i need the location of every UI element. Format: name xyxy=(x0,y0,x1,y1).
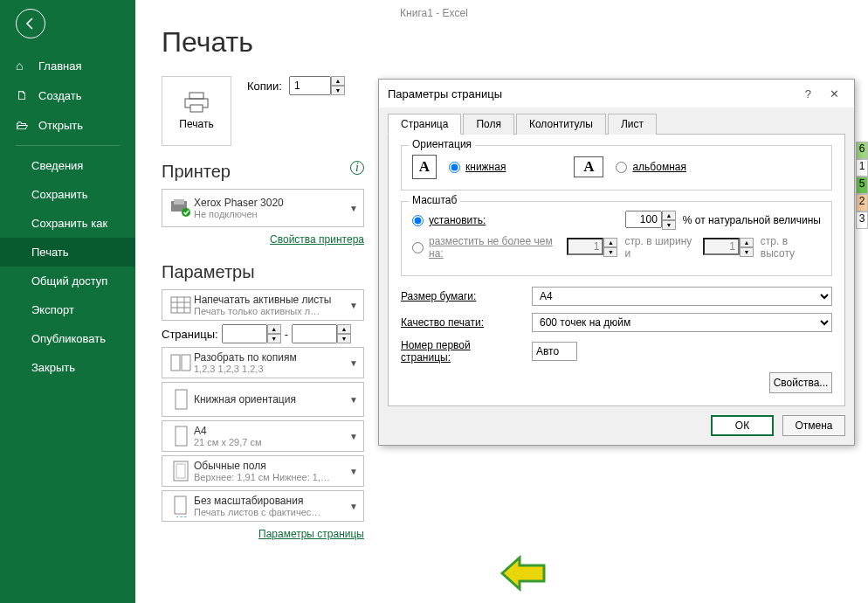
fit-width-input[interactable] xyxy=(567,238,603,255)
tab-header-footer[interactable]: Колонтитулы xyxy=(516,114,606,135)
copies-down[interactable]: ▼ xyxy=(331,86,345,95)
properties-button[interactable]: Свойства... xyxy=(769,372,832,393)
scaling-icon: 100 xyxy=(168,495,194,517)
copies-up[interactable]: ▲ xyxy=(331,76,345,86)
chevron-down-icon: ▼ xyxy=(349,432,358,441)
dialog-buttons: ОК Отмена xyxy=(379,406,854,445)
printer-info-icon[interactable]: i xyxy=(350,161,364,175)
paper-size-select[interactable]: A4 xyxy=(532,287,832,306)
nav-publish[interactable]: Опубликовать xyxy=(0,324,135,353)
page-icon xyxy=(168,425,194,447)
page-from-up[interactable]: ▲ xyxy=(267,324,281,334)
close-button[interactable]: ✕ xyxy=(823,85,845,102)
printer-status: Не подключен xyxy=(194,209,349,219)
nav-close[interactable]: Закрыть xyxy=(0,353,135,382)
nav-share[interactable]: Общий доступ xyxy=(0,267,135,295)
svg-text:100: 100 xyxy=(176,515,188,517)
nav-divider xyxy=(16,145,120,146)
scale-percent-input[interactable] xyxy=(625,211,662,228)
chevron-down-icon: ▼ xyxy=(349,502,358,511)
copies-input[interactable] xyxy=(289,76,331,95)
orientation-dropdown[interactable]: Книжная ориентация ▼ xyxy=(162,382,364,417)
help-button[interactable]: ? xyxy=(796,85,819,102)
scale-down[interactable]: ▼ xyxy=(662,220,676,230)
page-to-down[interactable]: ▼ xyxy=(337,334,351,343)
fit-w-up[interactable]: ▲ xyxy=(603,238,617,247)
backstage-sidebar: ⌂Главная 🗋Создать 🗁Открыть Сведения Сохр… xyxy=(0,0,135,603)
worksheet-icon xyxy=(168,296,194,314)
print-what-dropdown[interactable]: Напечатать активные листы Печать только … xyxy=(162,289,364,321)
page-to-up[interactable]: ▲ xyxy=(337,324,351,334)
scale-fit-row: разместить не более чем на: ▲▼ стр. в ши… xyxy=(412,235,821,260)
page-to-input[interactable] xyxy=(292,324,337,343)
printer-name: Xerox Phaser 3020 xyxy=(194,197,349,209)
nav-new[interactable]: 🗋Создать xyxy=(0,80,135,110)
cell: 5 xyxy=(856,177,868,194)
fit-height-input[interactable] xyxy=(703,238,740,255)
svg-rect-2 xyxy=(190,105,203,112)
nav-info[interactable]: Сведения xyxy=(0,151,135,180)
copies-row: Копии: ▲ ▼ xyxy=(247,76,345,95)
print-button-label: Печать xyxy=(179,118,213,130)
paper-dropdown[interactable]: A421 см x 29,7 см ▼ xyxy=(162,420,364,452)
cell: 3 xyxy=(856,211,868,229)
open-icon: 🗁 xyxy=(16,118,31,132)
orientation-group: Ориентация A книжная A альбомная xyxy=(401,145,832,191)
svg-rect-14 xyxy=(176,426,187,446)
collate-icon xyxy=(168,354,194,371)
back-button[interactable] xyxy=(16,9,45,38)
home-icon: ⌂ xyxy=(16,59,31,73)
first-page-input[interactable] xyxy=(532,342,577,361)
margins-dropdown[interactable]: Обычные поляВерхнее: 1,91 см Нижнее: 1,…… xyxy=(162,455,364,487)
print-quality-select[interactable]: 600 точек на дюйм xyxy=(532,313,832,332)
fit-h-up[interactable]: ▲ xyxy=(740,238,754,247)
page-title: Печать xyxy=(162,26,868,59)
page-setup-link[interactable]: Параметры страницы xyxy=(258,528,364,540)
nav-open[interactable]: 🗁Открыть xyxy=(0,110,135,140)
collate-dropdown[interactable]: Разобрать по копиям1,2,3 1,2,3 1,2,3 ▼ xyxy=(162,347,364,378)
page-setup-dialog: Параметры страницы ? ✕ Страница Поля Кол… xyxy=(378,79,855,446)
tab-page[interactable]: Страница xyxy=(388,114,461,135)
portrait-letter-icon: A xyxy=(412,155,437,179)
cancel-button[interactable]: Отмена xyxy=(782,415,845,436)
nav-print[interactable]: Печать xyxy=(0,238,135,267)
tab-sheet[interactable]: Лист xyxy=(608,114,657,135)
svg-rect-17 xyxy=(175,496,186,514)
arrow-left-icon xyxy=(24,17,38,31)
chevron-down-icon: ▼ xyxy=(349,301,358,310)
scale-up[interactable]: ▲ xyxy=(662,211,676,220)
first-page-row: Номер первой страницы: xyxy=(401,339,832,364)
chevron-down-icon: ▼ xyxy=(349,395,358,405)
scaling-dropdown[interactable]: 100 Без масштабированияПечать листов с ф… xyxy=(162,490,364,522)
tab-panel-page: Ориентация A книжная A альбомная Масштаб… xyxy=(388,134,845,406)
tab-margins[interactable]: Поля xyxy=(463,114,514,135)
printer-properties-link[interactable]: Свойства принтера xyxy=(270,233,364,246)
orientation-portrait-radio[interactable]: книжная xyxy=(449,161,506,173)
nav-home[interactable]: ⌂Главная xyxy=(0,51,135,80)
copies-label: Копии: xyxy=(247,80,282,93)
svg-rect-4 xyxy=(174,199,184,204)
printer-dropdown[interactable]: Xerox Phaser 3020 Не подключен ▼ xyxy=(162,189,364,227)
chevron-down-icon: ▼ xyxy=(349,467,358,476)
sheet-preview-strip: 6 1 5 2 3 xyxy=(856,142,868,229)
nav-export[interactable]: Экспорт xyxy=(0,295,135,324)
cell: 1 xyxy=(856,159,868,177)
print-button[interactable]: Печать xyxy=(162,76,231,146)
scale-adjust-row: установить: ▲▼ % от натуральной величины xyxy=(412,211,821,230)
new-icon: 🗋 xyxy=(16,88,31,102)
svg-rect-0 xyxy=(189,93,203,99)
ok-button[interactable]: ОК xyxy=(711,415,774,436)
nav-save[interactable]: Сохранить xyxy=(0,180,135,209)
page-from-down[interactable]: ▼ xyxy=(267,334,281,343)
orientation-landscape-radio[interactable]: альбомная xyxy=(616,161,686,173)
fit-w-down[interactable]: ▼ xyxy=(603,247,617,257)
cell: 2 xyxy=(856,194,868,211)
fit-h-down[interactable]: ▼ xyxy=(740,247,754,257)
chevron-down-icon: ▼ xyxy=(349,358,358,368)
page-from-input[interactable] xyxy=(222,324,267,343)
svg-rect-11 xyxy=(171,355,180,371)
scale-fit-radio[interactable]: разместить не более чем на: xyxy=(412,235,560,260)
cell: 6 xyxy=(856,142,868,159)
scale-set-radio[interactable]: установить: xyxy=(412,214,486,226)
nav-save-as[interactable]: Сохранить как xyxy=(0,209,135,238)
